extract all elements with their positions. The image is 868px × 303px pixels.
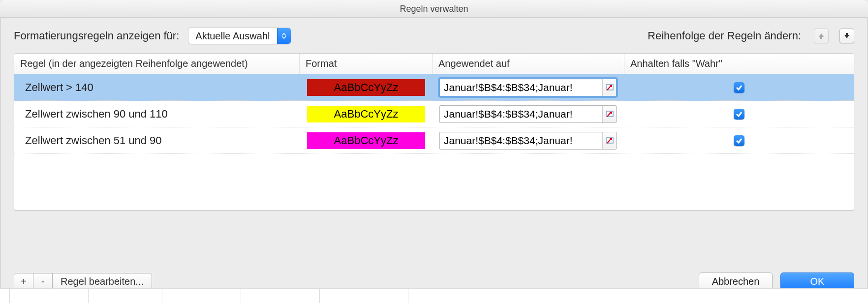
move-down-button[interactable] — [839, 29, 854, 43]
applies-to-field[interactable] — [439, 105, 617, 123]
rule-name-cell: Zellwert > 140 — [14, 74, 300, 100]
applies-to-cell — [433, 74, 624, 100]
range-picker-icon — [606, 137, 614, 145]
rule-name-cell: Zellwert zwischen 90 und 110 — [14, 101, 300, 127]
rule-action-group: + - Regel bearbeiten... — [14, 273, 152, 290]
format-preview-cell: AaBbCcYyZz — [300, 74, 433, 100]
range-picker-icon — [606, 110, 614, 118]
stop-if-true-cell — [624, 74, 854, 100]
arrow-down-icon — [843, 32, 850, 39]
top-bar: Formatierungsregeln anzeigen für: Aktuel… — [14, 28, 854, 44]
scope-select-arrows-icon — [277, 28, 291, 44]
add-rule-button[interactable]: + — [14, 273, 33, 290]
applies-to-field[interactable] — [439, 132, 617, 150]
col-header-applies-to: Angewendet auf — [433, 54, 624, 74]
stop-if-true-cell — [624, 101, 854, 127]
manage-rules-dialog: Regeln verwalten Formatierungsregeln anz… — [0, 0, 868, 303]
format-preview-cell: AaBbCcYyZz — [300, 127, 433, 153]
ok-button[interactable]: OK — [780, 273, 854, 290]
reorder-label: Reihenfolge der Regeln ändern: — [648, 30, 801, 42]
window-title: Regeln verwalten — [0, 0, 868, 18]
rule-name-cell: Zellwert zwischen 51 und 90 — [14, 127, 300, 153]
format-swatch: AaBbCcYyZz — [307, 106, 425, 122]
dialog-content: Formatierungsregeln anzeigen für: Aktuel… — [0, 18, 868, 211]
scope-select[interactable]: Aktuelle Auswahl — [188, 28, 291, 44]
remove-rule-button[interactable]: - — [33, 273, 53, 290]
svg-rect-1 — [610, 85, 612, 87]
move-up-button[interactable] — [814, 29, 829, 43]
table-row[interactable]: Zellwert zwischen 51 und 90AaBbCcYyZz — [14, 127, 854, 154]
background-sheet-strip — [0, 288, 868, 303]
range-picker-icon — [606, 84, 614, 91]
applies-to-input[interactable] — [440, 135, 602, 147]
checkmark-icon — [736, 137, 743, 144]
checkmark-icon — [736, 84, 743, 91]
rules-table: Regel (in der angezeigten Reihenfolge an… — [14, 53, 854, 211]
col-header-format: Format — [300, 54, 433, 74]
col-header-rule: Regel (in der angezeigten Reihenfolge an… — [14, 54, 300, 74]
stop-if-true-checkbox[interactable] — [734, 135, 744, 146]
dialog-footer: + - Regel bearbeiten... Abbrechen OK — [14, 273, 854, 290]
edit-rule-button[interactable]: Regel bearbeiten... — [52, 273, 152, 290]
svg-rect-5 — [610, 138, 612, 140]
col-header-stop: Anhalten falls "Wahr" — [624, 54, 854, 74]
format-swatch: AaBbCcYyZz — [307, 79, 425, 96]
arrow-up-icon — [818, 32, 825, 39]
applies-to-input[interactable] — [440, 82, 602, 93]
rules-table-header: Regel (in der angezeigten Reihenfolge an… — [14, 54, 854, 74]
svg-rect-3 — [610, 112, 612, 114]
collapse-range-button[interactable] — [602, 132, 616, 149]
show-rules-for-label: Formatierungsregeln anzeigen für: — [14, 30, 179, 42]
format-preview-cell: AaBbCcYyZz — [300, 101, 433, 127]
checkmark-icon — [736, 111, 743, 118]
collapse-range-button[interactable] — [602, 106, 616, 122]
stop-if-true-checkbox[interactable] — [734, 109, 744, 120]
stop-if-true-cell — [624, 127, 854, 153]
collapse-range-button[interactable] — [602, 79, 616, 96]
cancel-button[interactable]: Abbrechen — [699, 273, 773, 290]
scope-select-value: Aktuelle Auswahl — [188, 28, 277, 44]
applies-to-cell — [433, 127, 624, 153]
format-swatch: AaBbCcYyZz — [307, 132, 425, 149]
applies-to-field[interactable] — [439, 79, 617, 96]
applies-to-input[interactable] — [440, 108, 602, 120]
table-row[interactable]: Zellwert zwischen 90 und 110AaBbCcYyZz — [14, 101, 854, 127]
stop-if-true-checkbox[interactable] — [734, 82, 744, 93]
applies-to-cell — [433, 101, 624, 127]
table-row[interactable]: Zellwert > 140AaBbCcYyZz — [14, 74, 854, 101]
